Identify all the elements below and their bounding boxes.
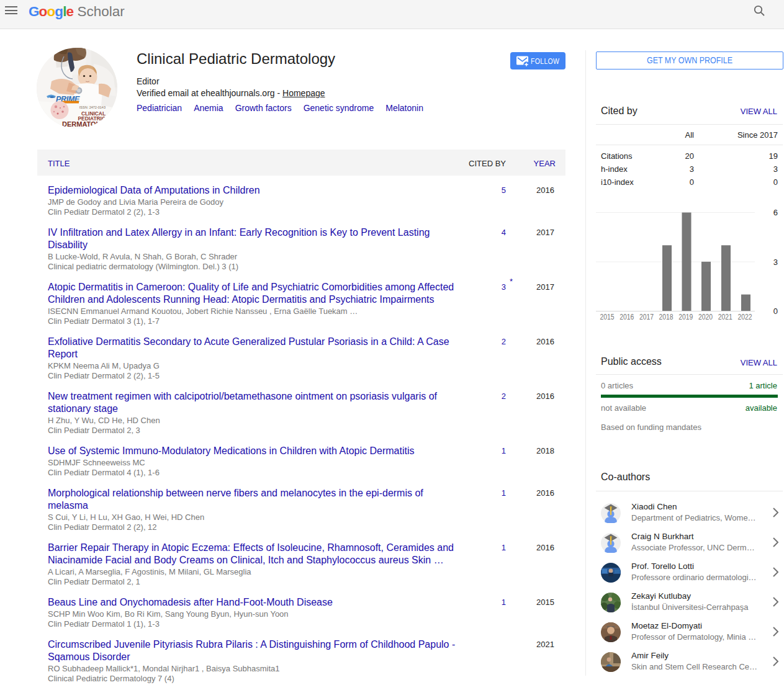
svg-text:2020: 2020	[698, 313, 713, 321]
svg-text:DERMATOLOGY: DERMATOLOGY	[62, 120, 115, 128]
svg-text:2019: 2019	[678, 313, 693, 321]
svg-text:2018: 2018	[659, 313, 674, 321]
svg-text:2022: 2022	[737, 313, 752, 321]
svg-text:6: 6	[773, 208, 778, 217]
svg-text:2021: 2021	[718, 313, 732, 321]
svg-text:2016: 2016	[620, 313, 634, 321]
svg-text:0: 0	[773, 307, 778, 316]
svg-text:3: 3	[773, 257, 778, 267]
svg-text:2017: 2017	[639, 313, 654, 321]
svg-text:2015: 2015	[600, 313, 615, 321]
svg-text:ISSN: 2472-0143: ISSN: 2472-0143	[79, 105, 106, 109]
